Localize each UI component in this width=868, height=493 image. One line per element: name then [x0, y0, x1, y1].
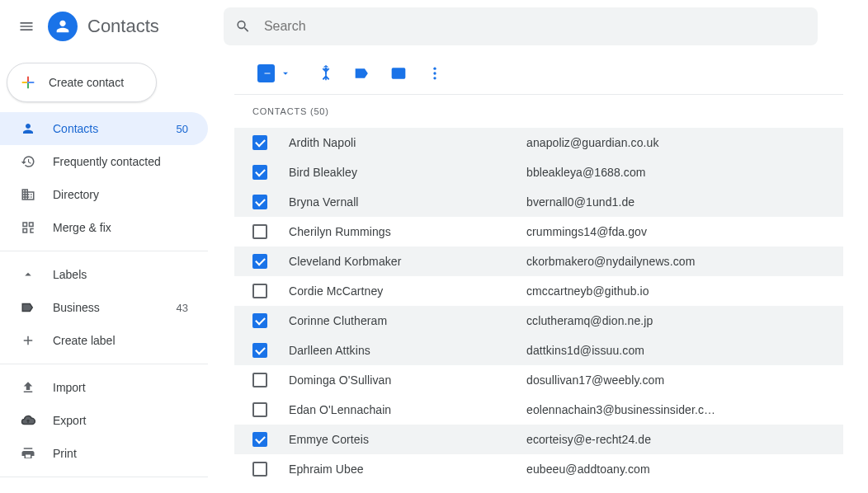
sidebar-nav: Contacts50Frequently contactedDirectoryM… [0, 112, 208, 244]
contact-name: Ephraim Ubee [289, 462, 526, 476]
divider [0, 477, 208, 477]
checkbox[interactable] [252, 462, 267, 477]
checkbox[interactable] [252, 343, 267, 358]
contact-email: cmccartneyb@github.io [526, 284, 843, 298]
contact-email: bbleakleya@1688.com [526, 166, 843, 179]
more-button[interactable] [420, 59, 450, 88]
contact-email: eolennachain3@businessinsider.c… [526, 403, 843, 416]
row-checkbox-cell [252, 254, 289, 269]
nav-label: Print [53, 447, 195, 460]
table-row[interactable]: Darlleen Attkinsdattkins1d@issuu.com [234, 336, 843, 365]
contact-email: bvernall0@1und1.de [526, 195, 843, 209]
contact-name: Darlleen Attkins [289, 344, 526, 357]
checkbox[interactable] [252, 402, 267, 417]
table-row[interactable]: Cherilyn Rummingscrummings14@fda.gov [234, 217, 843, 246]
sidebar-item-directory[interactable]: Directory [0, 178, 208, 211]
upload-icon [20, 379, 36, 396]
utility-item-print[interactable]: Print [0, 437, 208, 470]
main: CONTACTS (50) Ardith Napolianapoliz@guar… [234, 53, 843, 484]
nav-label: Import [53, 381, 195, 394]
sidebar-item-contacts[interactable]: Contacts50 [0, 112, 208, 145]
action-bar [234, 53, 843, 94]
divider [0, 364, 208, 364]
sidebar: Create contact Contacts50Frequently cont… [0, 53, 215, 484]
checkbox[interactable] [252, 254, 267, 269]
selection-dropdown[interactable] [257, 64, 291, 82]
contact-name: Dominga O'Sullivan [289, 373, 526, 387]
table-row[interactable]: Bird Bleakleybbleakleya@1688.com [234, 157, 843, 187]
checkbox[interactable] [252, 373, 267, 387]
checkbox[interactable] [252, 432, 267, 447]
main-menu-button[interactable] [10, 10, 43, 43]
checkbox[interactable] [252, 313, 267, 328]
labels-list: Business43 [0, 291, 208, 324]
row-checkbox-cell [252, 224, 289, 239]
nav-label: Contacts [53, 122, 177, 135]
mergefix-icon [20, 219, 36, 236]
email-button[interactable] [384, 59, 413, 88]
svg-point-2 [433, 68, 436, 70]
table-row[interactable]: Cleveland Korbmakerckorbmakero@nydailyne… [234, 246, 843, 276]
sidebar-item-merge-fix[interactable]: Merge & fix [0, 211, 208, 244]
table-row[interactable]: Ephraim Ubeeeubeeu@addtoany.com [234, 454, 843, 484]
selection-indicator[interactable] [257, 64, 275, 82]
contact-email: dattkins1d@issuu.com [526, 344, 843, 357]
history-icon [20, 153, 36, 170]
plus-small-icon [20, 332, 36, 349]
row-checkbox-cell [252, 284, 289, 298]
checkbox[interactable] [252, 165, 267, 180]
nav-count: 50 [177, 123, 188, 135]
utility-list: ImportExportPrint [0, 371, 208, 470]
table-row[interactable]: Emmye Corteisecorteisy@e-recht24.de [234, 425, 843, 454]
sidebar-item-frequently-contacted[interactable]: Frequently contacted [0, 145, 208, 178]
section-header: CONTACTS (50) [234, 95, 843, 128]
utility-item-export[interactable]: Export [0, 404, 208, 437]
person-icon [54, 17, 72, 35]
row-checkbox-cell [252, 195, 289, 209]
app-title: Contacts [87, 16, 159, 37]
hamburger-icon [18, 18, 35, 35]
utility-item-import[interactable]: Import [0, 371, 208, 404]
contact-email: dosullivan17@weebly.com [526, 373, 843, 387]
nav-label: Export [53, 414, 195, 427]
contact-email: ecorteisy@e-recht24.de [526, 433, 843, 446]
create-contact-button[interactable]: Create contact [7, 63, 157, 102]
contact-name: Emmye Corteis [289, 433, 526, 446]
table-row[interactable]: Cordie McCartneycmccartneyb@github.io [234, 276, 843, 306]
svg-point-4 [433, 77, 436, 79]
checkbox[interactable] [252, 224, 267, 239]
search-input[interactable] [262, 18, 806, 35]
checkbox[interactable] [252, 195, 267, 209]
table-row[interactable]: Edan O'Lennachaineolennachain3@businessi… [234, 395, 843, 425]
table-row[interactable]: Ardith Napolianapoliz@guardian.co.uk [234, 128, 843, 157]
contact-name: Bryna Vernall [289, 195, 526, 209]
contact-email: anapoliz@guardian.co.uk [526, 136, 843, 149]
label-icon [354, 65, 370, 82]
label-button[interactable] [347, 59, 377, 88]
cloud-icon [20, 412, 36, 429]
create-label[interactable]: Create label [0, 324, 208, 357]
contact-email: cclutheramq@dion.ne.jp [526, 314, 843, 327]
domain-icon [20, 186, 36, 203]
checkbox[interactable] [252, 284, 267, 298]
row-checkbox-cell [252, 462, 289, 477]
search-box[interactable] [224, 7, 818, 45]
contact-name: Bird Bleakley [289, 166, 526, 179]
row-checkbox-cell [252, 313, 289, 328]
label-item-business[interactable]: Business43 [0, 291, 208, 324]
checkbox[interactable] [252, 135, 267, 150]
contact-email: ckorbmakero@nydailynews.com [526, 255, 843, 268]
row-checkbox-cell [252, 432, 289, 447]
divider [0, 251, 208, 251]
more-vert-icon [427, 65, 443, 82]
labels-header[interactable]: Labels [0, 258, 208, 291]
merge-button[interactable] [311, 59, 341, 88]
row-checkbox-cell [252, 165, 289, 180]
table-row[interactable]: Bryna Vernallbvernall0@1und1.de [234, 187, 843, 217]
print-icon [20, 445, 36, 462]
nav-label: Merge & fix [53, 221, 195, 234]
table-row[interactable]: Dominga O'Sullivandosullivan17@weebly.co… [234, 365, 843, 395]
label-icon [20, 299, 36, 316]
table-row[interactable]: Corinne Clutheramcclutheramq@dion.ne.jp [234, 306, 843, 336]
person-icon [20, 120, 36, 137]
